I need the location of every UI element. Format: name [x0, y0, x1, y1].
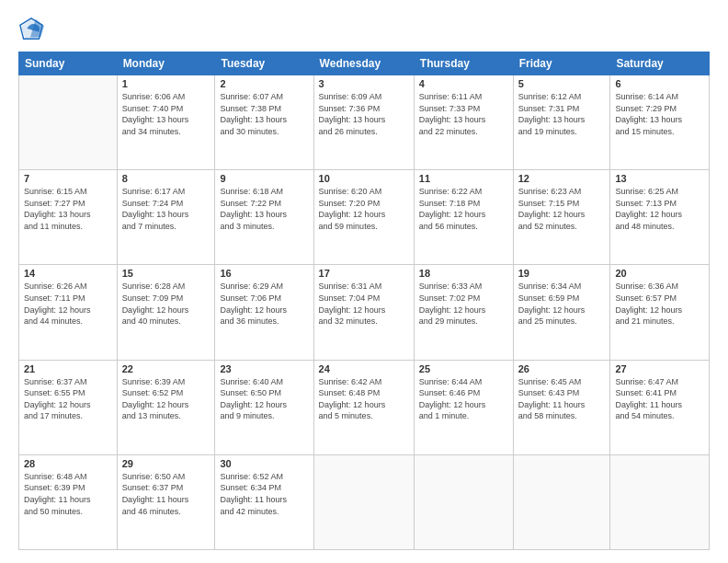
calendar-cell: 8Sunrise: 6:17 AMSunset: 7:24 PMDaylight… [117, 170, 215, 265]
calendar-cell: 9Sunrise: 6:18 AMSunset: 7:22 PMDaylight… [215, 170, 313, 265]
calendar-cell: 23Sunrise: 6:40 AMSunset: 6:50 PMDayligh… [215, 360, 313, 454]
day-number: 28 [24, 458, 112, 469]
calendar-cell: 17Sunrise: 6:31 AMSunset: 7:04 PMDayligh… [313, 265, 414, 360]
day-info: Sunrise: 6:36 AMSunset: 6:57 PMDaylight:… [615, 281, 704, 327]
day-number: 8 [122, 173, 210, 184]
calendar-cell: 18Sunrise: 6:33 AMSunset: 7:02 PMDayligh… [414, 265, 513, 360]
day-number: 10 [319, 173, 409, 184]
day-number: 18 [419, 268, 508, 279]
day-info: Sunrise: 6:37 AMSunset: 6:55 PMDaylight:… [24, 376, 112, 422]
calendar-header-row: SundayMondayTuesdayWednesdayThursdayFrid… [19, 52, 710, 75]
day-info: Sunrise: 6:47 AMSunset: 6:41 PMDaylight:… [615, 376, 704, 422]
day-number: 24 [319, 363, 409, 374]
calendar-week-4: 21Sunrise: 6:37 AMSunset: 6:55 PMDayligh… [19, 360, 710, 454]
calendar-cell: 24Sunrise: 6:42 AMSunset: 6:48 PMDayligh… [313, 360, 414, 454]
day-info: Sunrise: 6:22 AMSunset: 7:18 PMDaylight:… [419, 186, 508, 232]
calendar-cell [414, 454, 513, 549]
calendar-cell: 3Sunrise: 6:09 AMSunset: 7:36 PMDaylight… [313, 75, 414, 170]
calendar-header-sunday: Sunday [19, 52, 118, 75]
day-info: Sunrise: 6:31 AMSunset: 7:04 PMDaylight:… [319, 281, 409, 327]
day-info: Sunrise: 6:45 AMSunset: 6:43 PMDaylight:… [518, 376, 606, 422]
calendar-week-3: 14Sunrise: 6:26 AMSunset: 7:11 PMDayligh… [19, 265, 710, 360]
day-info: Sunrise: 6:44 AMSunset: 6:46 PMDaylight:… [419, 376, 508, 422]
day-number: 22 [122, 363, 210, 374]
day-number: 27 [615, 363, 704, 374]
day-number: 4 [419, 78, 508, 89]
day-info: Sunrise: 6:50 AMSunset: 6:37 PMDaylight:… [122, 471, 210, 517]
day-number: 2 [220, 78, 308, 89]
day-number: 14 [24, 268, 112, 279]
page-header [18, 17, 710, 42]
calendar-cell: 13Sunrise: 6:25 AMSunset: 7:13 PMDayligh… [610, 170, 710, 265]
calendar-cell: 20Sunrise: 6:36 AMSunset: 6:57 PMDayligh… [610, 265, 710, 360]
day-info: Sunrise: 6:48 AMSunset: 6:39 PMDaylight:… [24, 471, 112, 517]
calendar-cell: 11Sunrise: 6:22 AMSunset: 7:18 PMDayligh… [414, 170, 513, 265]
day-number: 9 [220, 173, 308, 184]
calendar-cell: 12Sunrise: 6:23 AMSunset: 7:15 PMDayligh… [513, 170, 610, 265]
calendar-cell: 27Sunrise: 6:47 AMSunset: 6:41 PMDayligh… [610, 360, 710, 454]
day-number: 23 [220, 363, 308, 374]
calendar-cell: 19Sunrise: 6:34 AMSunset: 6:59 PMDayligh… [513, 265, 610, 360]
calendar-week-1: 1Sunrise: 6:06 AMSunset: 7:40 PMDaylight… [19, 75, 710, 170]
day-number: 3 [319, 78, 409, 89]
day-number: 12 [518, 173, 606, 184]
day-number: 17 [319, 268, 409, 279]
calendar-cell: 10Sunrise: 6:20 AMSunset: 7:20 PMDayligh… [313, 170, 414, 265]
logo [18, 17, 47, 42]
day-info: Sunrise: 6:18 AMSunset: 7:22 PMDaylight:… [220, 186, 308, 232]
calendar-cell [610, 454, 710, 549]
day-info: Sunrise: 6:09 AMSunset: 7:36 PMDaylight:… [319, 91, 409, 137]
calendar-cell [513, 454, 610, 549]
day-number: 21 [24, 363, 112, 374]
calendar-cell: 26Sunrise: 6:45 AMSunset: 6:43 PMDayligh… [513, 360, 610, 454]
day-info: Sunrise: 6:34 AMSunset: 6:59 PMDaylight:… [518, 281, 606, 327]
calendar-cell: 21Sunrise: 6:37 AMSunset: 6:55 PMDayligh… [19, 360, 118, 454]
day-number: 6 [615, 78, 704, 89]
calendar-cell: 14Sunrise: 6:26 AMSunset: 7:11 PMDayligh… [19, 265, 118, 360]
day-number: 30 [220, 458, 308, 469]
calendar-cell: 1Sunrise: 6:06 AMSunset: 7:40 PMDaylight… [117, 75, 215, 170]
calendar-header-saturday: Saturday [610, 52, 710, 75]
day-info: Sunrise: 6:52 AMSunset: 6:34 PMDaylight:… [220, 471, 308, 517]
day-info: Sunrise: 6:20 AMSunset: 7:20 PMDaylight:… [319, 186, 409, 232]
day-number: 19 [518, 268, 606, 279]
day-number: 25 [419, 363, 508, 374]
day-info: Sunrise: 6:28 AMSunset: 7:09 PMDaylight:… [122, 281, 210, 327]
day-number: 29 [122, 458, 210, 469]
day-info: Sunrise: 6:14 AMSunset: 7:29 PMDaylight:… [615, 91, 704, 137]
calendar-cell: 28Sunrise: 6:48 AMSunset: 6:39 PMDayligh… [19, 454, 118, 549]
calendar-cell: 15Sunrise: 6:28 AMSunset: 7:09 PMDayligh… [117, 265, 215, 360]
calendar-header-monday: Monday [117, 52, 215, 75]
day-number: 15 [122, 268, 210, 279]
calendar-cell: 16Sunrise: 6:29 AMSunset: 7:06 PMDayligh… [215, 265, 313, 360]
day-number: 1 [122, 78, 210, 89]
calendar-table: SundayMondayTuesdayWednesdayThursdayFrid… [18, 52, 710, 550]
day-info: Sunrise: 6:42 AMSunset: 6:48 PMDaylight:… [319, 376, 409, 422]
calendar-header-wednesday: Wednesday [313, 52, 414, 75]
calendar-week-2: 7Sunrise: 6:15 AMSunset: 7:27 PMDaylight… [19, 170, 710, 265]
calendar-cell: 22Sunrise: 6:39 AMSunset: 6:52 PMDayligh… [117, 360, 215, 454]
day-number: 11 [419, 173, 508, 184]
day-info: Sunrise: 6:12 AMSunset: 7:31 PMDaylight:… [518, 91, 606, 137]
calendar-cell: 30Sunrise: 6:52 AMSunset: 6:34 PMDayligh… [215, 454, 313, 549]
day-number: 7 [24, 173, 112, 184]
day-number: 5 [518, 78, 606, 89]
calendar-header-tuesday: Tuesday [215, 52, 313, 75]
day-number: 26 [518, 363, 606, 374]
calendar-header-friday: Friday [513, 52, 610, 75]
calendar-cell: 25Sunrise: 6:44 AMSunset: 6:46 PMDayligh… [414, 360, 513, 454]
day-info: Sunrise: 6:17 AMSunset: 7:24 PMDaylight:… [122, 186, 210, 232]
day-info: Sunrise: 6:06 AMSunset: 7:40 PMDaylight:… [122, 91, 210, 137]
day-info: Sunrise: 6:40 AMSunset: 6:50 PMDaylight:… [220, 376, 308, 422]
day-number: 13 [615, 173, 704, 184]
day-info: Sunrise: 6:23 AMSunset: 7:15 PMDaylight:… [518, 186, 606, 232]
calendar-cell: 6Sunrise: 6:14 AMSunset: 7:29 PMDaylight… [610, 75, 710, 170]
calendar-week-5: 28Sunrise: 6:48 AMSunset: 6:39 PMDayligh… [19, 454, 710, 549]
day-info: Sunrise: 6:39 AMSunset: 6:52 PMDaylight:… [122, 376, 210, 422]
calendar-cell: 29Sunrise: 6:50 AMSunset: 6:37 PMDayligh… [117, 454, 215, 549]
logo-icon [18, 17, 44, 42]
day-info: Sunrise: 6:26 AMSunset: 7:11 PMDaylight:… [24, 281, 112, 327]
calendar-cell [19, 75, 118, 170]
day-info: Sunrise: 6:25 AMSunset: 7:13 PMDaylight:… [615, 186, 704, 232]
day-number: 16 [220, 268, 308, 279]
